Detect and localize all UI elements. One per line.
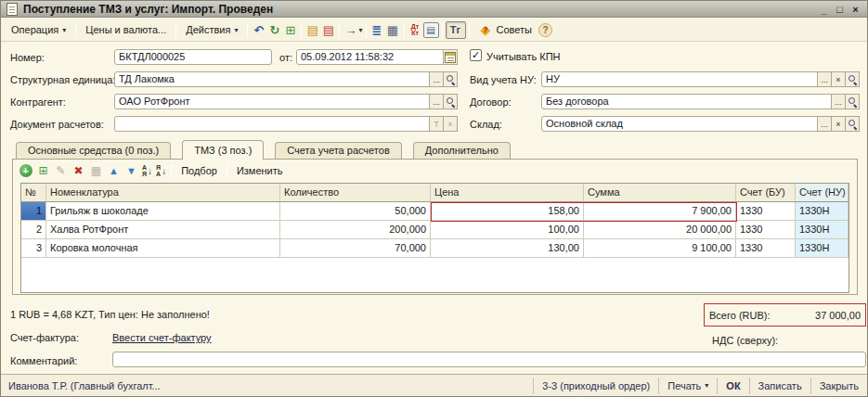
col-header-quantity[interactable]: Количество <box>280 184 431 202</box>
date-input[interactable]: 05.09.2012 11:58:32 <box>296 49 444 65</box>
contractor-search-button[interactable] <box>443 94 458 109</box>
settlement-text-button[interactable]: T <box>429 116 444 132</box>
cell-nomenclature[interactable]: Грильяж в шоколаде <box>46 202 280 221</box>
warehouse-search-button[interactable] <box>845 116 860 132</box>
contract-input[interactable]: Без договора <box>541 94 832 109</box>
unpost-document-icon[interactable]: ▤ <box>320 22 336 38</box>
col-header-account-nu[interactable]: Счет (НУ) <box>796 184 849 202</box>
total-label: Всего (RUB): <box>709 310 771 321</box>
contractor-input[interactable]: ОАО РотФронт <box>114 94 430 109</box>
cell-sum[interactable]: 20 000,00 <box>584 221 736 239</box>
warehouse-clear-button[interactable]: × <box>831 116 846 132</box>
close-form-button[interactable]: Закрыть <box>810 378 867 394</box>
nu-clear-button[interactable]: × <box>831 71 846 87</box>
move-down-button[interactable]: ▼ <box>123 163 140 179</box>
prices-currency-button[interactable]: Цены и валюта... <box>79 21 173 38</box>
toolbar-separator <box>339 22 340 38</box>
contractor-select-button[interactable]: ... <box>429 94 444 109</box>
tips-button[interactable]: ◆ ? Советы <box>473 20 538 40</box>
create-based-on-icon[interactable]: → <box>343 22 358 38</box>
table-row[interactable]: 1 Грильяж в шоколаде 50,000 158,00 7 900… <box>21 202 849 221</box>
col-header-sum[interactable]: Сумма <box>584 184 736 202</box>
tmz-tab-panel: + ⊞ ✎ ✖ ▦ ▲ ▼ АЯ ↓ ЯА ↓ Подбор Изменить … <box>12 159 858 295</box>
settlement-clear-button[interactable]: × <box>443 116 458 132</box>
cell-account-nu[interactable]: 1330Н <box>796 202 849 221</box>
set-end-button[interactable]: ▦ <box>87 163 105 179</box>
copy-document-icon[interactable]: ⊞ <box>282 22 298 38</box>
col-header-num[interactable]: № <box>21 184 46 202</box>
cell-account-nu[interactable]: 1330Н <box>796 221 849 239</box>
cell-nomenclature[interactable]: Коровка молочная <box>46 239 280 258</box>
settlement-document-input[interactable] <box>114 116 430 132</box>
close-button[interactable]: × <box>848 3 863 16</box>
enter-invoice-link[interactable]: Ввести счет-фактуру <box>112 332 212 343</box>
tenge-currency-button[interactable]: Тг <box>446 21 466 39</box>
delete-row-button[interactable]: ✖ <box>70 163 87 179</box>
currency-rate-info: 1 RUB = 4,68 KZT, Тип цен: Не заполнено! <box>10 309 210 320</box>
maximize-button[interactable]: □ <box>832 3 848 16</box>
structural-unit-select-button[interactable]: ... <box>429 71 444 87</box>
cell-num[interactable]: 3 <box>21 239 46 258</box>
col-header-nomenclature[interactable]: Номенклатура <box>46 184 280 202</box>
sort-desc-button[interactable]: ЯА ↓ <box>154 164 168 177</box>
cell-account-bu[interactable]: 1330 <box>736 221 796 239</box>
cell-quantity[interactable]: 200,000 <box>280 221 431 239</box>
change-button[interactable]: Изменить <box>230 164 290 177</box>
table-row[interactable]: 3 Коровка молочная 70,000 130,00 9 100,0… <box>21 239 849 258</box>
contract-search-button[interactable] <box>845 94 860 109</box>
warehouse-input[interactable]: Основной склад <box>541 116 818 132</box>
tab-fixed-assets[interactable]: Основные средства (0 поз.) <box>16 142 171 160</box>
col-header-price[interactable]: Цена <box>431 184 584 202</box>
cell-account-nu[interactable]: 1330Н <box>796 239 849 258</box>
edit-row-button[interactable]: ✎ <box>52 163 70 179</box>
save-button[interactable]: Записать <box>749 378 810 394</box>
cell-account-bu[interactable]: 1330 <box>736 202 796 221</box>
nu-search-button[interactable] <box>845 71 860 87</box>
cell-nomenclature[interactable]: Халва РотФронт <box>46 221 280 239</box>
operation-menu-button[interactable]: Операция ▾ <box>5 21 72 38</box>
ok-button[interactable]: ОК <box>717 378 748 394</box>
cell-price[interactable]: 130,00 <box>431 239 584 258</box>
nu-account-type-input[interactable]: НУ <box>541 71 818 87</box>
cell-account-bu[interactable]: 1330 <box>736 239 796 258</box>
pick-button[interactable]: Подбор <box>175 164 224 177</box>
actions-menu-button[interactable]: Действия ▾ <box>179 21 244 38</box>
structural-unit-search-button[interactable] <box>443 71 458 87</box>
items-table: № Номенклатура Количество Цена Сумма Сче… <box>20 183 849 293</box>
copy-row-button[interactable]: ⊞ <box>34 163 52 179</box>
nu-select-button[interactable]: ... <box>817 71 832 87</box>
cell-price[interactable]: 158,00 <box>431 202 584 221</box>
number-input[interactable]: БКТДЛ000025 <box>114 49 272 65</box>
minimize-button[interactable]: _ <box>816 3 832 16</box>
cell-num[interactable]: 1 <box>21 202 46 221</box>
print-button[interactable]: Печать ▾ <box>658 378 717 394</box>
cell-quantity[interactable]: 50,000 <box>280 202 431 221</box>
kpn-checkbox[interactable]: ✓ <box>470 49 482 61</box>
comment-input[interactable] <box>112 352 866 367</box>
move-up-button[interactable]: ▲ <box>105 163 123 179</box>
tab-settlement-accounts[interactable]: Счета учета расчетов <box>275 142 401 160</box>
table-row[interactable]: 2 Халва РотФронт 200,000 100,00 20 000,0… <box>21 221 849 239</box>
cell-price[interactable]: 100,00 <box>431 221 584 239</box>
report-icon[interactable]: ▤ <box>423 22 439 38</box>
tab-additional[interactable]: Дополнительно <box>413 142 511 160</box>
checklist-icon[interactable]: ▦ <box>385 22 401 38</box>
cell-sum[interactable]: 9 100,00 <box>584 239 736 258</box>
cell-num[interactable]: 2 <box>21 221 46 239</box>
reread-document-icon[interactable]: ↶ <box>251 22 266 38</box>
tab-tmz[interactable]: ТМЗ (3 поз.) <box>182 140 264 160</box>
post-document-icon[interactable]: ▤ <box>304 22 320 38</box>
warehouse-select-button[interactable]: ... <box>817 116 832 132</box>
document-structure-icon[interactable]: ≣ <box>369 22 385 38</box>
cell-quantity[interactable]: 70,000 <box>280 239 431 258</box>
help-icon[interactable]: ? <box>538 23 552 37</box>
cell-sum[interactable]: 7 900,00 <box>584 202 736 221</box>
structural-unit-input[interactable]: ТД Лакомка <box>114 71 430 87</box>
refresh-icon[interactable]: ↻ <box>266 22 282 38</box>
dt-kt-postings-icon[interactable]: Дт Кт <box>408 22 423 38</box>
calendar-button[interactable] <box>443 49 458 65</box>
contract-select-button[interactable]: ... <box>831 94 846 109</box>
sort-asc-button[interactable]: АЯ ↓ <box>140 164 154 177</box>
add-row-button[interactable]: + <box>17 163 34 179</box>
col-header-account-bu[interactable]: Счет (БУ) <box>736 184 796 202</box>
